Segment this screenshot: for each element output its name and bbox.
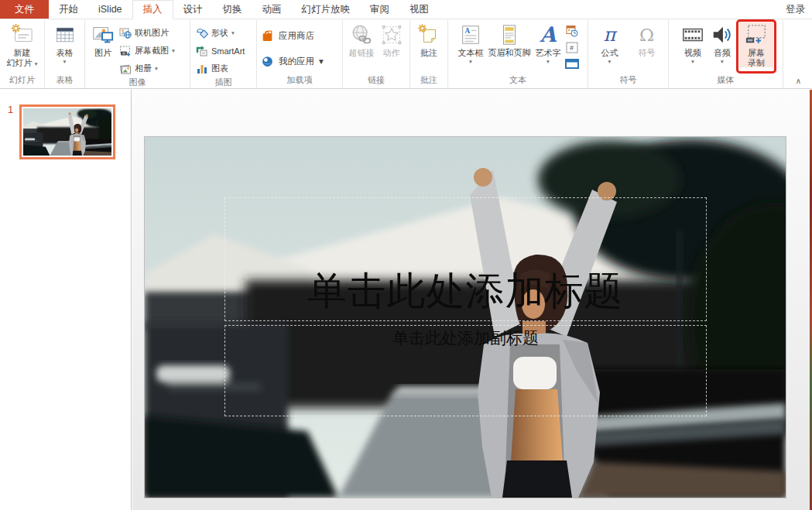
photo-album-label: 相册 bbox=[135, 63, 152, 74]
dropdown-arrow-icon: ▾ bbox=[546, 58, 550, 65]
tab-review[interactable]: 审阅 bbox=[360, 0, 399, 19]
title-placeholder[interactable]: 单击此处添加标题 bbox=[224, 197, 707, 321]
table-label: 表格 bbox=[57, 48, 74, 58]
screenshot-button[interactable]: 屏幕截图 ▾ bbox=[118, 42, 176, 60]
date-time-button[interactable] bbox=[565, 25, 579, 37]
my-apps-button[interactable]: 我的应用 ▾ bbox=[257, 52, 327, 70]
table-button[interactable]: 表格 ▾ bbox=[50, 21, 80, 65]
object-button[interactable] bbox=[565, 57, 579, 70]
slide-number-button[interactable]: # bbox=[565, 41, 579, 53]
chart-button[interactable]: 图表 bbox=[194, 60, 246, 77]
table-icon bbox=[53, 23, 77, 46]
header-footer-button[interactable]: 页眉和页脚 bbox=[486, 21, 533, 58]
smartart-icon bbox=[196, 45, 208, 57]
ribbon-group-media: 视频 ▾ 音频 ▾ 屏幕 录制 bbox=[669, 20, 783, 88]
slide-number: 1 bbox=[8, 104, 13, 115]
dropdown-arrow-icon: ▾ bbox=[35, 60, 38, 67]
wordart-button[interactable]: A 艺术字 ▾ bbox=[533, 21, 564, 65]
equation-icon: π bbox=[598, 23, 622, 46]
picture-icon bbox=[91, 23, 115, 46]
shapes-icon bbox=[196, 27, 208, 39]
photo-album-icon bbox=[119, 63, 132, 75]
group-label-images: 图像 bbox=[85, 77, 190, 88]
picture-label: 图片 bbox=[94, 48, 111, 58]
tab-view[interactable]: 视图 bbox=[399, 0, 439, 19]
tab-animations[interactable]: 动画 bbox=[252, 0, 292, 19]
group-label-illustrations: 插图 bbox=[190, 77, 256, 88]
shapes-label: 形状 bbox=[211, 27, 228, 39]
store-button[interactable]: 应用商店 bbox=[257, 26, 327, 45]
symbol-button[interactable]: Ω 符号 bbox=[629, 21, 666, 58]
collapse-ribbon-button[interactable]: ∧ bbox=[796, 77, 801, 85]
video-button[interactable]: 视频 ▾ bbox=[678, 21, 708, 65]
ribbon-group-symbols: π 公式 ▾ Ω 符号 符号 bbox=[588, 20, 669, 88]
login-button[interactable]: 登录 bbox=[779, 0, 812, 19]
screen-recording-button[interactable]: 屏幕 录制 bbox=[739, 21, 773, 67]
ribbon-group-tables: 表格 ▾ 表格 bbox=[45, 20, 85, 88]
picture-button[interactable]: 图片 bbox=[88, 21, 118, 58]
date-time-icon bbox=[566, 25, 578, 37]
my-apps-label: 我的应用 bbox=[279, 56, 314, 67]
ribbon-group-slides: 新建 幻灯片 ▾ 幻灯片 bbox=[0, 20, 45, 88]
tab-file[interactable]: 文件 bbox=[0, 0, 49, 19]
ribbon-group-illustrations: 形状 ▾ SmartArt 图表 插图 bbox=[190, 20, 257, 88]
smartart-label: SmartArt bbox=[211, 46, 245, 56]
text-box-button[interactable]: A 文本框 ▾ bbox=[456, 21, 486, 65]
text-box-label: 文本框 bbox=[458, 48, 484, 58]
ribbon-group-links: 超链接 动作 链接 bbox=[343, 20, 410, 88]
new-slide-button[interactable]: 新建 幻灯片 ▾ bbox=[5, 21, 40, 67]
shapes-button[interactable]: 形状 ▾ bbox=[194, 24, 246, 42]
action-icon bbox=[379, 23, 404, 46]
new-comment-label: 批注 bbox=[420, 48, 437, 58]
new-comment-button[interactable]: 批注 bbox=[414, 21, 444, 58]
powerpoint-window: 文件 开始 iSlide 插入 设计 切换 动画 幻灯片放映 审阅 视图 登录 … bbox=[0, 0, 812, 510]
ribbon: 新建 幻灯片 ▾ 幻灯片 表格 ▾ 表格 bbox=[0, 20, 812, 89]
tab-islide[interactable]: iSlide bbox=[88, 0, 132, 19]
subtitle-placeholder[interactable]: 单击此处添加副标题 bbox=[224, 325, 707, 416]
slide-thumbnail-panel: 1 bbox=[0, 90, 132, 510]
new-slide-label-2: 幻灯片 bbox=[7, 58, 33, 67]
hyperlink-button[interactable]: 超链接 bbox=[347, 21, 377, 58]
dropdown-arrow-icon: ▾ bbox=[469, 58, 472, 65]
dropdown-arrow-icon: ▾ bbox=[63, 58, 67, 65]
tab-insert[interactable]: 插入 bbox=[132, 0, 173, 19]
header-footer-label: 页眉和页脚 bbox=[488, 48, 531, 58]
screen-recording-label-2: 录制 bbox=[748, 58, 765, 68]
chart-label: 图表 bbox=[211, 63, 228, 74]
group-label-slides: 幻灯片 bbox=[0, 75, 44, 88]
audio-button[interactable]: 音频 ▾ bbox=[708, 21, 737, 65]
photo-album-button[interactable]: 相册 ▾ bbox=[118, 60, 176, 77]
tab-slideshow[interactable]: 幻灯片放映 bbox=[292, 0, 361, 19]
hyperlink-label: 超链接 bbox=[349, 48, 375, 58]
group-label-text: 文本 bbox=[448, 75, 588, 88]
online-pictures-button[interactable]: 联机图片 bbox=[118, 24, 176, 42]
ribbon-group-images: 图片 联机图片 屏幕截图 ▾ 相册 ▾ bbox=[85, 20, 190, 88]
object-icon bbox=[565, 59, 579, 69]
tab-design[interactable]: 设计 bbox=[173, 0, 213, 19]
tab-transitions[interactable]: 切换 bbox=[213, 0, 252, 19]
dropdown-arrow-icon: ▾ bbox=[691, 58, 694, 65]
dropdown-arrow-icon: ▾ bbox=[155, 65, 158, 72]
chart-icon bbox=[196, 63, 208, 75]
store-icon bbox=[261, 29, 274, 43]
smartart-button[interactable]: SmartArt bbox=[194, 42, 246, 60]
slide-canvas[interactable]: 单击此处添加标题 单击此处添加副标题 bbox=[145, 137, 786, 498]
svg-text:A: A bbox=[465, 27, 471, 35]
online-pictures-label: 联机图片 bbox=[135, 27, 169, 39]
slide-thumbnail-1[interactable] bbox=[19, 104, 115, 159]
video-label: 视频 bbox=[684, 48, 701, 58]
equation-label: 公式 bbox=[601, 48, 618, 58]
dropdown-arrow-icon: ▾ bbox=[172, 47, 175, 54]
equation-button[interactable]: π 公式 ▾ bbox=[591, 21, 629, 65]
action-button[interactable]: 动作 bbox=[377, 21, 406, 58]
content-area: 1 单击此处添加标题 单击此处添加副标题 bbox=[0, 90, 812, 510]
subtitle-placeholder-text: 单击此处添加副标题 bbox=[392, 327, 539, 349]
action-label: 动作 bbox=[383, 48, 400, 58]
tab-home[interactable]: 开始 bbox=[49, 0, 88, 19]
group-label-tables: 表格 bbox=[45, 75, 84, 88]
screenshot-label: 屏幕截图 bbox=[135, 45, 169, 56]
group-label-links: 链接 bbox=[343, 75, 409, 88]
wordart-icon: A bbox=[536, 23, 560, 46]
audio-icon bbox=[710, 23, 735, 46]
slide-number-icon: # bbox=[566, 42, 578, 53]
